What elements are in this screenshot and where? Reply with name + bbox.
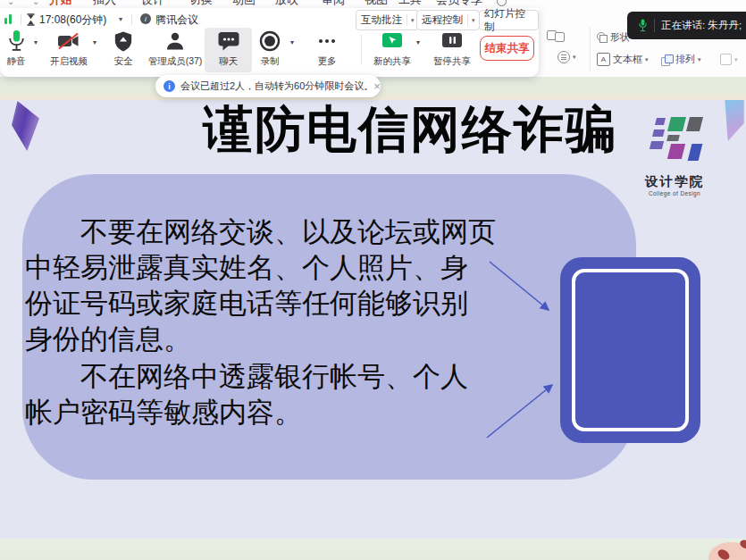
hourglass-icon [26, 13, 36, 26]
align-icon[interactable]: ▾ [557, 51, 576, 63]
camera-off-icon [57, 28, 80, 54]
tab-design[interactable]: 设计 [141, 0, 164, 8]
microphone-icon [637, 19, 649, 33]
shield-icon [113, 28, 133, 54]
chevron-down-icon[interactable]: ▾ [34, 38, 38, 46]
placeholder-frame-border [572, 269, 689, 431]
tab-member[interactable]: 会员专享 [436, 0, 482, 8]
chevron-down-icon: ▾ [573, 54, 576, 61]
arrange-button[interactable]: 排列 ▾ [661, 53, 701, 66]
desktop-bottom-strip [0, 539, 746, 560]
chevron-down-icon[interactable]: ⌄ [32, 0, 39, 8]
tab-view[interactable]: 视图 [365, 0, 388, 8]
pause-share-button[interactable]: 暂停共享 [431, 28, 474, 68]
chat-button[interactable]: 聊天 [205, 28, 252, 68]
start-video-button[interactable]: 开启视频 [47, 28, 90, 68]
chevron-down-icon[interactable]: ▾ [468, 17, 479, 24]
info-icon: i [163, 80, 175, 92]
placeholder-frame [560, 257, 700, 443]
more-dots-icon [319, 28, 335, 54]
tab-home[interactable]: 开始 [49, 0, 72, 8]
decorative-triangle-right [720, 100, 746, 143]
chevron-down-icon[interactable]: ▾ [416, 38, 420, 46]
textbox-button[interactable]: A 文本框 ▾ [597, 53, 649, 66]
mute-button[interactable]: 静音 [2, 28, 30, 68]
end-share-button[interactable]: 结束共享 [480, 36, 534, 61]
speaking-indicator: 正在讲话: 朱丹丹; [627, 12, 746, 39]
body-paragraph-2: 不在网络中透露银行帐号、个人 帐户密码等敏感内容。 [25, 359, 543, 430]
network-signal-icon [4, 14, 12, 24]
meeting-toolbar: 17:08(60分钟) ▾ i 腾讯会议 互动批注▾ 远程控制▾ 幻灯片控制 静… [0, 8, 539, 77]
arrange-label: 排列 [675, 53, 695, 66]
toolbar-divider [361, 34, 362, 64]
tab-slideshow[interactable]: 放映 [275, 0, 298, 8]
speaking-text: 正在讲话: 朱丹丹; [661, 19, 742, 32]
layout-icon [720, 54, 732, 65]
wallpaper-pig-image [708, 542, 746, 560]
arrange-icon [661, 54, 673, 65]
tab-tools[interactable]: 工具 [398, 0, 422, 8]
manage-members-button[interactable]: 管理成员(37) [141, 28, 209, 68]
slide-layout-button[interactable]: ▾ [720, 54, 738, 65]
tab-review[interactable]: 审阅 [322, 0, 345, 8]
shared-slide: 谨防电信网络诈骗 设计学院 College of Design 不要在网络交谈、… [0, 100, 746, 539]
tab-transition[interactable]: 切换 [189, 0, 213, 8]
pointer-arrows [482, 255, 567, 447]
chevron-down-icon: ▾ [734, 56, 738, 63]
chevron-down-icon: ▾ [698, 56, 701, 63]
share-screen-icon [381, 28, 404, 54]
chat-bubble-icon [217, 28, 240, 54]
ribbon-divider [590, 27, 591, 71]
slide-control-button[interactable]: 幻灯片控制 [479, 10, 539, 30]
record-button[interactable]: 录制 [252, 28, 288, 68]
app-name: 腾讯会议 [155, 13, 198, 28]
refresh-icon[interactable] [497, 0, 507, 6]
more-button[interactable]: 更多 [307, 28, 347, 68]
pause-icon [440, 28, 464, 54]
chevron-down-icon[interactable]: ▾ [119, 16, 122, 23]
chevron-down-icon[interactable]: ⌄ [7, 0, 14, 8]
paste-icon[interactable] [547, 29, 565, 42]
new-share-button[interactable]: 新的共享 [371, 28, 414, 68]
screen: ⌄ ⌄ 开始 插入 设计 切换 动画 放映 审阅 视图 工具 会员专享 ▾ 形状 [0, 0, 746, 560]
close-icon[interactable]: × [373, 80, 381, 92]
shapes-icon [597, 32, 608, 43]
textbox-icon: A [597, 53, 610, 66]
security-button[interactable]: 安全 [105, 28, 141, 68]
chevron-down-icon[interactable]: ▾ [290, 38, 294, 46]
body-paragraph-1: 不要在网络交谈、以及论坛或网页 中轻易泄露真实姓名、个人照片、身 份证号码或家庭… [25, 214, 543, 357]
tab-animation[interactable]: 动画 [232, 0, 256, 8]
logo-text-en: College of Design [649, 190, 700, 196]
decorative-triangle-left [7, 101, 39, 151]
person-icon [164, 28, 186, 54]
microphone-icon [5, 28, 28, 54]
logo-text-cn: 设计学院 [645, 173, 704, 190]
ppt-ribbon-tabs: ⌄ ⌄ 开始 插入 设计 切换 动画 放映 审阅 视图 工具 会员专享 [0, 0, 536, 8]
slide-title: 谨防电信网络诈骗 [203, 103, 617, 156]
chevron-down-icon: ▾ [645, 56, 649, 63]
record-icon [259, 28, 281, 54]
textbox-label: 文本框 [613, 53, 642, 66]
toast-text: 会议已超过2人，自动转为60分钟限时会议。 [180, 79, 373, 93]
shapes-button[interactable]: 形状 [597, 30, 630, 44]
chevron-down-icon[interactable]: ▾ [93, 38, 96, 46]
info-icon: i [140, 13, 151, 24]
tab-insert[interactable]: 插入 [93, 0, 116, 8]
meeting-timer: 17:08(60分钟) [39, 13, 106, 28]
meeting-toast: i 会议已超过2人，自动转为60分钟限时会议。 × [155, 75, 381, 97]
